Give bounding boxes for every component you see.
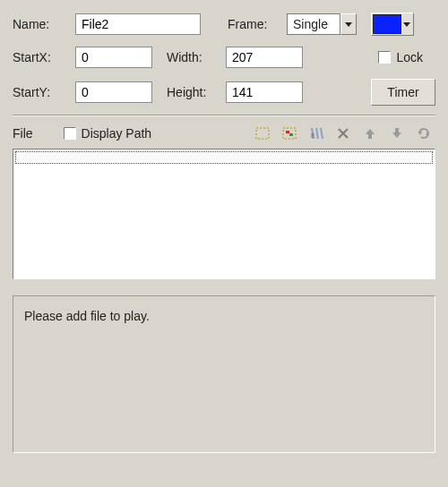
chevron-down-icon xyxy=(401,14,412,34)
divider xyxy=(13,115,435,116)
startx-input[interactable] xyxy=(75,47,152,68)
lock-checkbox[interactable] xyxy=(378,51,391,64)
height-input[interactable] xyxy=(226,81,303,103)
preview-message: Please add file to play. xyxy=(24,309,150,323)
move-down-icon[interactable] xyxy=(389,125,405,141)
svg-text:E: E xyxy=(311,132,315,139)
label-file: File xyxy=(13,126,33,141)
frame-select[interactable]: Single xyxy=(287,13,357,35)
svg-rect-2 xyxy=(286,131,289,133)
name-input[interactable] xyxy=(75,13,201,35)
move-up-icon[interactable] xyxy=(362,125,378,141)
label-starty: StartY: xyxy=(13,85,75,99)
effects-icon[interactable]: E xyxy=(308,125,324,141)
svg-rect-0 xyxy=(256,128,269,139)
starty-input[interactable] xyxy=(75,81,152,103)
label-lock: Lock xyxy=(396,50,423,64)
label-display-path: Display Path xyxy=(82,126,152,141)
width-input[interactable] xyxy=(226,47,303,68)
display-path-toggle[interactable]: Display Path xyxy=(64,126,152,141)
file-toolbar: File Display Path E xyxy=(13,125,435,141)
label-width: Width: xyxy=(167,50,226,64)
select-color-icon[interactable] xyxy=(281,125,297,141)
row-startx-width: StartX: Width: Lock xyxy=(13,47,435,68)
row-name-frame: Name: Frame: Single xyxy=(13,13,435,36)
display-path-checkbox[interactable] xyxy=(64,127,76,140)
select-rect-icon[interactable] xyxy=(254,125,271,141)
label-startx: StartX: xyxy=(13,50,75,64)
frame-select-value: Single xyxy=(287,13,340,35)
label-height: Height: xyxy=(167,85,226,99)
timer-button-label: Timer xyxy=(387,85,418,99)
toolbar-icons: E xyxy=(254,125,435,141)
svg-rect-3 xyxy=(289,133,293,136)
timer-button[interactable]: Timer xyxy=(371,79,435,106)
label-frame: Frame: xyxy=(228,17,287,31)
refresh-icon[interactable] xyxy=(416,125,432,141)
row-starty-height: StartY: Height: Timer xyxy=(13,79,435,106)
delete-icon[interactable] xyxy=(335,125,351,141)
listbox-selection-marker xyxy=(15,151,433,164)
color-swatch xyxy=(373,14,401,34)
file-listbox[interactable] xyxy=(13,149,435,279)
color-picker[interactable] xyxy=(371,13,414,36)
preview-panel: Please add file to play. xyxy=(13,295,435,453)
chevron-down-icon xyxy=(340,13,357,35)
svg-line-5 xyxy=(316,128,318,139)
label-name: Name: xyxy=(13,17,75,31)
svg-line-6 xyxy=(321,128,323,139)
